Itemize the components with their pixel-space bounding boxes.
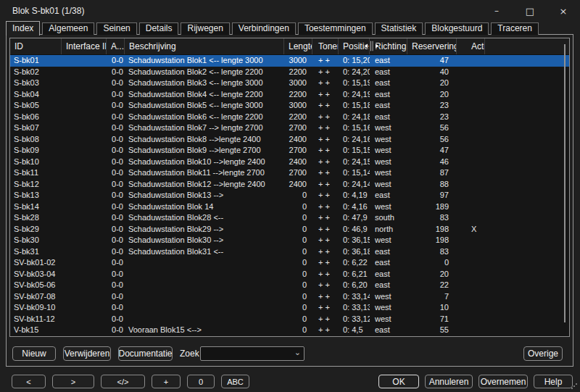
cell-positie: 0: 15,19 bbox=[339, 78, 370, 89]
tab[interactable]: Verbindingen bbox=[232, 22, 296, 35]
cell-tonen: + + bbox=[312, 224, 339, 235]
table-row[interactable]: S-bk12 0-0 Schaduwstation Blok12 -->leng… bbox=[10, 179, 569, 191]
column-header-positie[interactable]: Positie bbox=[339, 38, 370, 54]
column-header-a[interactable]: A... bbox=[107, 38, 125, 54]
table-row[interactable]: S-bk28 0-0 Schaduwstation Blok28 <-- 0 +… bbox=[10, 212, 569, 224]
cell-acties bbox=[457, 190, 485, 201]
column-header-beschrijving[interactable]: Beschrijving bbox=[125, 38, 284, 54]
cell-positie: 0: 36,15 bbox=[339, 235, 370, 246]
documentatie-button[interactable]: Documentatie bbox=[118, 346, 173, 361]
cell-lengte: 0 bbox=[284, 269, 312, 280]
cell-id: SV-bk11-12 bbox=[10, 314, 62, 325]
verwijderen-button[interactable]: Verwijderen bbox=[63, 346, 111, 361]
table-row[interactable]: SV-bk07-08 0-0 0 + + 0: 33,14 west 7 bbox=[10, 291, 569, 303]
cell-id: S-bk30 bbox=[10, 235, 62, 246]
cell-a: 0-0 bbox=[107, 302, 125, 314]
cell-richting: west bbox=[370, 179, 407, 191]
column-header-id[interactable]: ID bbox=[10, 38, 62, 54]
cell-acties bbox=[457, 55, 485, 67]
cell-filler bbox=[485, 78, 569, 89]
table-row[interactable]: SV-bk05-06 0-0 0 + + 0: 6,20 east 22 bbox=[10, 280, 569, 291]
table-row[interactable]: S-bk11 0-0 Schaduwstation Blok11 -->leng… bbox=[10, 167, 569, 179]
cell-tonen: + + bbox=[312, 269, 339, 280]
tab[interactable]: Index bbox=[6, 21, 40, 36]
table-row[interactable]: SV-bk09-10 0-0 0 + + 0: 33,13 west 10 bbox=[10, 302, 569, 314]
ok-button[interactable]: OK bbox=[378, 375, 419, 388]
cell-richting: east bbox=[370, 257, 407, 269]
cell-richting: east bbox=[370, 100, 407, 112]
tab[interactable]: Rijwegen bbox=[181, 22, 229, 35]
table-row[interactable]: S-bk30 0-0 Schaduwstation Blok30 --> 0 +… bbox=[10, 235, 569, 246]
table-row[interactable]: S-bk06 0-0 Schaduwstation Blok6 <-- leng… bbox=[10, 112, 569, 123]
nieuw-button[interactable]: Nieuw bbox=[12, 346, 56, 361]
table-row[interactable]: S-bk02 0-0 Schaduwstation Blok2 <-- leng… bbox=[10, 67, 569, 78]
tab[interactable]: Seinen bbox=[96, 22, 136, 35]
nav-button[interactable]: 0 bbox=[187, 375, 215, 388]
cell-filler bbox=[485, 314, 569, 325]
cell-richting: east bbox=[370, 67, 407, 78]
table-row[interactable]: S-bk01 0-0 Schaduwstation Blok1 <-- leng… bbox=[10, 55, 569, 67]
cell-tonen: + + bbox=[312, 122, 339, 134]
column-header-acties[interactable]: Acties bbox=[457, 38, 485, 54]
column-header-tonen[interactable]: Tonen bbox=[312, 38, 339, 54]
overige-button[interactable]: Overige bbox=[523, 346, 563, 361]
table-row[interactable]: SV-bk01-02 0-0 0 + + 0: 6,22 east 0 bbox=[10, 257, 569, 269]
tab[interactable]: Details bbox=[139, 22, 179, 35]
cell-lengte: 0 bbox=[284, 212, 312, 224]
table-row[interactable]: S-bk05 0-0 Schaduwstation Blok5 <-- leng… bbox=[10, 100, 569, 112]
maximize-icon[interactable]: □ bbox=[513, 0, 547, 22]
cell-richting: east bbox=[370, 269, 407, 280]
minimize-icon[interactable]: – bbox=[480, 0, 513, 22]
tab[interactable]: Toestemmingen bbox=[298, 22, 373, 35]
column-header-interface-id[interactable]: Interface ID bbox=[62, 38, 107, 54]
cell-filler bbox=[485, 190, 569, 201]
table-row[interactable]: S-bk31 0-0 Schaduwstation Blok31 <-- 0 +… bbox=[10, 246, 569, 258]
tab[interactable]: Blokgestuurd bbox=[425, 22, 489, 35]
cell-tonen: + + bbox=[312, 89, 339, 101]
nav-button[interactable]: ABC bbox=[221, 375, 249, 388]
overnemen-button[interactable]: Overnemen bbox=[478, 375, 528, 388]
column-header-richting[interactable]: Richting bbox=[370, 38, 407, 54]
chevron-down-icon[interactable]: ⌄ bbox=[294, 348, 301, 357]
table-row[interactable]: S-bk07 0-0 Schaduwstation Blok7 --> leng… bbox=[10, 122, 569, 134]
nav-button[interactable]: > bbox=[52, 375, 94, 388]
cell-filler bbox=[485, 100, 569, 112]
tab[interactable]: Algemeen bbox=[42, 22, 94, 35]
tab[interactable]: Traceren bbox=[491, 22, 539, 35]
table-row[interactable]: S-bk09 0-0 Schaduwstation Blok9 -->lengt… bbox=[10, 145, 569, 157]
vertical-scrollbar-thumb[interactable] bbox=[564, 44, 566, 322]
column-header-lengte[interactable]: Lengte bbox=[284, 38, 312, 54]
table-row[interactable]: S-bk14 0-0 Schaduwstation Blok 14 0 + + … bbox=[10, 201, 569, 213]
table-row[interactable]: S-bk03 0-0 Schaduwstation Blok3 <-- leng… bbox=[10, 78, 569, 89]
tab[interactable]: Statistiek bbox=[375, 22, 423, 35]
close-icon[interactable]: × bbox=[547, 0, 580, 22]
table-row[interactable]: SV-bk03-04 0-0 0 + + 0: 6,21 east 20 bbox=[10, 269, 569, 280]
titlebar[interactable]: Blok S-bk01 (1/38) – □ × bbox=[0, 0, 580, 22]
cell-filler bbox=[485, 212, 569, 224]
cell-id: S-bk06 bbox=[10, 112, 62, 123]
table-row[interactable]: V-bk15 0-0 Vooraan Blok15 <--> 0 + + 0: … bbox=[10, 325, 569, 336]
nav-button[interactable]: + bbox=[152, 375, 181, 388]
nav-button[interactable]: < bbox=[12, 375, 46, 388]
cell-a: 0-0 bbox=[107, 157, 125, 168]
table-row[interactable]: S-bk29 0-0 Schaduwstation Blok29 --> 0 +… bbox=[10, 224, 569, 235]
table-row[interactable]: S-bk04 0-0 Schaduwstation Blok4 <-- leng… bbox=[10, 89, 569, 101]
zoek-input[interactable] bbox=[202, 348, 291, 361]
cell-positie: 0: 24,20 bbox=[339, 67, 370, 78]
table-row[interactable]: S-bk08 0-0 Schaduwstation Blok8 -->lengt… bbox=[10, 134, 569, 146]
table-row[interactable]: SV-bk11-12 0-0 0 + + 0: 33,12 west 71 bbox=[10, 314, 569, 325]
column-header-reserveringen[interactable]: Reserveringen bbox=[407, 38, 457, 54]
cell-a: 0-0 bbox=[107, 78, 125, 89]
nav-button[interactable]: </> bbox=[101, 375, 145, 388]
resize-grip[interactable] bbox=[571, 383, 577, 390]
help-button[interactable]: Help bbox=[534, 375, 573, 388]
zoek-combobox[interactable]: ⌄ bbox=[200, 346, 304, 361]
cell-a: 0-0 bbox=[107, 100, 125, 112]
table-row[interactable]: S-bk13 0-0 Schaduwstation Blok13 --> 0 +… bbox=[10, 190, 569, 201]
annuleren-button[interactable]: Annuleren bbox=[425, 375, 473, 388]
cell-id: S-bk31 bbox=[10, 246, 62, 258]
cell-acties bbox=[457, 302, 485, 314]
table-body: S-bk01 0-0 Schaduwstation Blok1 <-- leng… bbox=[10, 55, 569, 336]
table-row[interactable]: S-bk10 0-0 Schaduwstation Blok10 -->leng… bbox=[10, 157, 569, 168]
cell-filler bbox=[485, 157, 569, 168]
